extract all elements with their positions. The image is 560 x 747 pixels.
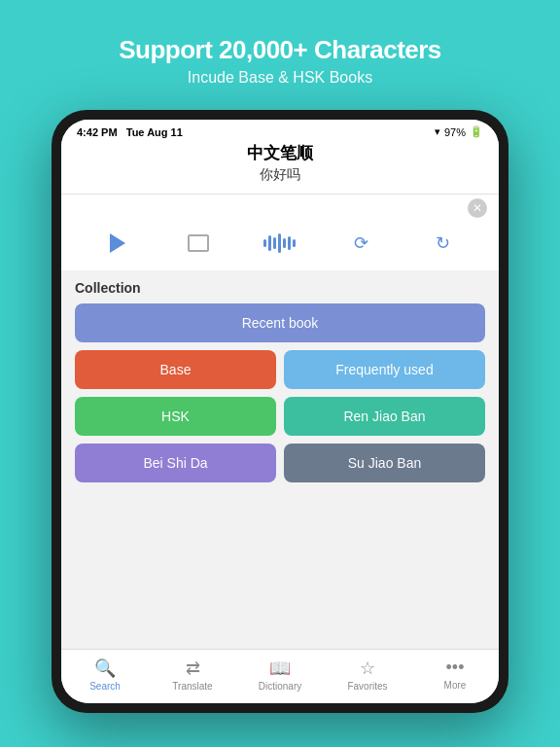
close-button[interactable]: ✕: [468, 198, 487, 218]
translate-label: Translate: [172, 681, 212, 692]
app-subtitle: 你好吗: [61, 166, 499, 184]
status-icons: ▾ 97% 🔋: [435, 125, 483, 138]
su-jiao-ban-button[interactable]: Su Jiao Ban: [284, 444, 485, 482]
nav-translate[interactable]: ⇄ Translate: [149, 658, 236, 692]
play-button[interactable]: [98, 226, 137, 261]
nav-favorites[interactable]: ☆ Favorites: [324, 658, 411, 692]
play-icon: [110, 233, 125, 253]
rotate-button[interactable]: ↻: [423, 226, 462, 261]
row-1: Base Frequently used: [75, 350, 485, 389]
app-header: 中文笔顺 你好吗: [61, 138, 499, 195]
favorites-icon: ☆: [360, 658, 375, 679]
nav-dictionary[interactable]: 📖 Dictionary: [236, 658, 324, 692]
row-3: Bei Shi Da Su Jiao Ban: [75, 444, 485, 482]
ren-jiao-ban-button[interactable]: Ren Jiao Ban: [284, 397, 485, 436]
status-time: 4:42 PM Tue Aug 11: [77, 126, 183, 138]
dictionary-label: Dictionary: [259, 681, 301, 692]
expand-icon: [188, 234, 209, 252]
more-icon: •••: [446, 658, 465, 678]
collection-area: Collection Recent book Base Frequently u…: [61, 270, 499, 649]
device-frame: 4:42 PM Tue Aug 11 ▾ 97% 🔋 中文笔顺 你好吗 ✕: [52, 110, 508, 713]
nav-more[interactable]: ••• More: [411, 658, 499, 692]
wave-icon: [263, 233, 296, 253]
app-title: 中文笔顺: [61, 142, 499, 164]
battery-icon: 97%: [444, 126, 466, 138]
frequently-used-button[interactable]: Frequently used: [284, 350, 485, 389]
more-label: More: [444, 680, 467, 691]
bei-shi-da-button[interactable]: Bei Shi Da: [75, 444, 276, 482]
recent-book-button[interactable]: Recent book: [75, 303, 485, 342]
audio-button[interactable]: [261, 226, 299, 261]
search-label: Search: [89, 681, 121, 692]
header-subtitle: Incude Base & HSK Books: [119, 69, 441, 87]
translate-nav-icon: ⇄: [186, 658, 200, 679]
page-header: Support 20,000+ Characters Incude Base &…: [119, 35, 441, 87]
expand-button[interactable]: [179, 226, 218, 261]
status-bar: 4:42 PM Tue Aug 11 ▾ 97% 🔋: [61, 120, 499, 138]
search-icon: 🔍: [94, 658, 116, 679]
wifi-icon: ▾: [435, 125, 440, 138]
translate-icon: ⟳: [354, 232, 368, 254]
hsk-button[interactable]: HSK: [75, 397, 276, 436]
header-title: Support 20,000+ Characters: [119, 35, 441, 65]
close-button-row: ✕: [61, 195, 499, 218]
battery-fill-icon: 🔋: [470, 125, 483, 138]
toolbar: ⟳ ↻: [61, 218, 499, 270]
nav-search[interactable]: 🔍 Search: [61, 658, 149, 692]
collection-label: Collection: [75, 280, 485, 296]
bottom-nav: 🔍 Search ⇄ Translate 📖 Dictionary ☆ Favo…: [61, 649, 499, 703]
favorites-label: Favorites: [347, 681, 387, 692]
base-button[interactable]: Base: [75, 350, 276, 389]
row-2: HSK Ren Jiao Ban: [75, 397, 485, 436]
rotate-icon: ↻: [436, 232, 450, 254]
device-screen: 4:42 PM Tue Aug 11 ▾ 97% 🔋 中文笔顺 你好吗 ✕: [61, 120, 499, 703]
translate-button[interactable]: ⟳: [342, 226, 381, 261]
dictionary-icon: 📖: [269, 658, 291, 679]
